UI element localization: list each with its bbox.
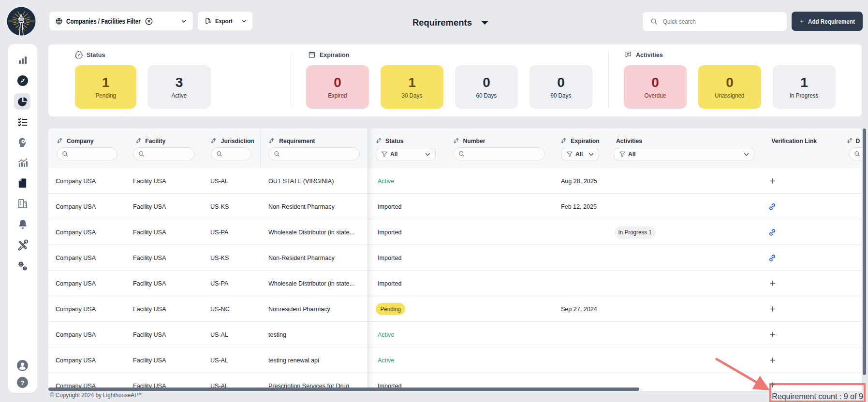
svg-text:?: ? — [20, 379, 24, 387]
